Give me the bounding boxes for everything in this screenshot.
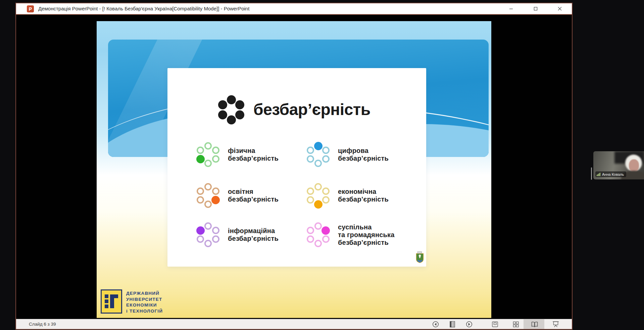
participant-name-pill: Анна Коваль	[595, 171, 626, 177]
reading-view-icon	[531, 321, 538, 327]
category-label: фізична безбар’єрність	[228, 147, 279, 162]
close-button[interactable]	[552, 3, 567, 14]
notes-menu-icon	[449, 321, 455, 328]
category-label: інформаційна безбар’єрність	[228, 227, 279, 242]
slideshow-icon	[552, 321, 559, 328]
participant-face	[629, 159, 639, 172]
slideshow-button[interactable]	[552, 321, 559, 328]
category-label: освітня безбар’єрність	[228, 188, 279, 203]
powerpoint-app-icon: P	[27, 5, 34, 12]
maximize-button[interactable]	[528, 3, 543, 14]
previous-slide-button[interactable]	[432, 321, 439, 328]
slide-title: безбар’єрність	[253, 100, 370, 120]
desktop: P Демонстрація PowerPoint - [! Коваль Бе…	[0, 0, 644, 330]
minimize-button[interactable]	[503, 3, 519, 14]
category-dots-icon	[305, 222, 331, 248]
category-item: суспільна та громадянська безбар’єрність	[305, 216, 395, 253]
university-emblem-icon	[101, 289, 122, 314]
slide-content-card: безбар’єрність фізична безбар’єрність ци…	[167, 68, 426, 267]
university-logo: ДЕРЖАВНИЙ УНІВЕРСИТЕТ ЕКОНОМІКИ і ТЕХНОЛ…	[101, 289, 163, 314]
app-icon-letter: P	[29, 6, 32, 12]
city-crest-emblem	[415, 251, 425, 263]
overlay-scrollbar[interactable]	[591, 167, 592, 180]
category-item: освітня безбар’єрність	[195, 177, 279, 214]
category-dots-icon	[195, 222, 221, 248]
signal-bars-icon	[597, 173, 601, 176]
category-label: цифрова безбар’єрність	[338, 147, 389, 162]
webcam-overlay[interactable]: Анна Коваль	[593, 151, 644, 179]
slide-sorter-icon	[512, 321, 519, 328]
close-icon	[558, 7, 562, 11]
reading-view-button[interactable]	[531, 321, 538, 328]
slide-sorter-button[interactable]	[512, 321, 519, 328]
category-dots-icon	[305, 182, 331, 209]
slide-counter: Слайд 6 з 39	[29, 319, 56, 329]
category-label: суспільна та громадянська безбар’єрність	[338, 223, 395, 246]
category-dots-icon	[305, 142, 331, 168]
university-name: ДЕРЖАВНИЙ УНІВЕРСИТЕТ ЕКОНОМІКИ і ТЕХНОЛ…	[126, 289, 163, 314]
next-slide-icon	[466, 321, 473, 328]
university-glyph	[104, 294, 118, 309]
category-dots-icon	[195, 182, 221, 209]
statusbar: Слайд 6 з 39	[16, 319, 572, 329]
next-slide-button[interactable]	[465, 321, 473, 328]
presentation-area: безбар’єрність фізична безбар’єрність ци…	[16, 15, 572, 319]
category-dots-icon	[195, 142, 221, 168]
window-titlebar[interactable]: P Демонстрація PowerPoint - [! Коваль Бе…	[16, 3, 572, 15]
category-item: економічна безбар’єрність	[305, 177, 389, 214]
slide[interactable]: безбар’єрність фізична безбар’єрність ци…	[97, 21, 491, 318]
window-title: Демонстрація PowerPoint - [! Коваль Безб…	[38, 3, 249, 14]
normal-view-icon	[492, 321, 498, 328]
menu-button[interactable]	[449, 321, 456, 328]
logo-dots-icon	[216, 94, 247, 125]
previous-slide-icon	[432, 321, 439, 328]
participant-name: Анна Коваль	[602, 172, 624, 176]
normal-view-button[interactable]	[491, 321, 499, 328]
minimize-icon	[509, 7, 513, 11]
category-item: цифрова безбар’єрність	[305, 136, 389, 173]
category-item: фізична безбар’єрність	[195, 136, 279, 173]
crest-icon	[415, 251, 425, 263]
category-label: економічна безбар’єрність	[338, 188, 389, 203]
category-item: інформаційна безбар’єрність	[195, 216, 279, 253]
maximize-icon	[534, 7, 538, 11]
powerpoint-window: P Демонстрація PowerPoint - [! Коваль Бе…	[15, 3, 573, 330]
